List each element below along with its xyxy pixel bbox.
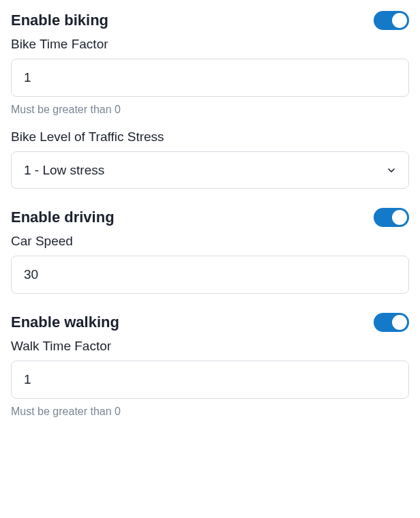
bike-stress-select-wrapper: 1 - Low stress [11, 151, 409, 189]
walking-header: Enable walking [11, 313, 409, 332]
walk-time-factor-input[interactable] [11, 361, 409, 399]
car-speed-label: Car Speed [11, 234, 409, 249]
walk-time-factor-hint: Must be greater than 0 [11, 406, 409, 418]
bike-stress-group: Bike Level of Traffic Stress 1 - Low str… [11, 130, 409, 189]
bike-time-factor-group: Bike Time Factor Must be greater than 0 [11, 37, 409, 116]
bike-time-factor-hint: Must be greater than 0 [11, 104, 409, 116]
bike-stress-select[interactable]: 1 - Low stress [11, 151, 409, 189]
enable-biking-title: Enable biking [11, 12, 108, 29]
toggle-knob [392, 315, 407, 330]
car-speed-group: Car Speed [11, 234, 409, 294]
driving-header: Enable driving [11, 208, 409, 227]
enable-driving-title: Enable driving [11, 209, 115, 226]
enable-walking-title: Enable walking [11, 314, 119, 331]
toggle-knob [392, 210, 407, 225]
walk-time-factor-label: Walk Time Factor [11, 339, 409, 354]
driving-section: Enable driving Car Speed [11, 208, 409, 294]
walking-section: Enable walking Walk Time Factor Must be … [11, 313, 409, 418]
biking-header: Enable biking [11, 11, 409, 30]
bike-stress-label: Bike Level of Traffic Stress [11, 130, 409, 144]
enable-biking-toggle[interactable] [374, 11, 409, 30]
bike-time-factor-input[interactable] [11, 59, 409, 97]
biking-section: Enable biking Bike Time Factor Must be g… [11, 11, 409, 189]
walk-time-factor-group: Walk Time Factor Must be greater than 0 [11, 339, 409, 418]
enable-driving-toggle[interactable] [374, 208, 409, 227]
bike-time-factor-label: Bike Time Factor [11, 37, 409, 52]
enable-walking-toggle[interactable] [374, 313, 409, 332]
toggle-knob [392, 13, 407, 28]
car-speed-input[interactable] [11, 256, 409, 294]
